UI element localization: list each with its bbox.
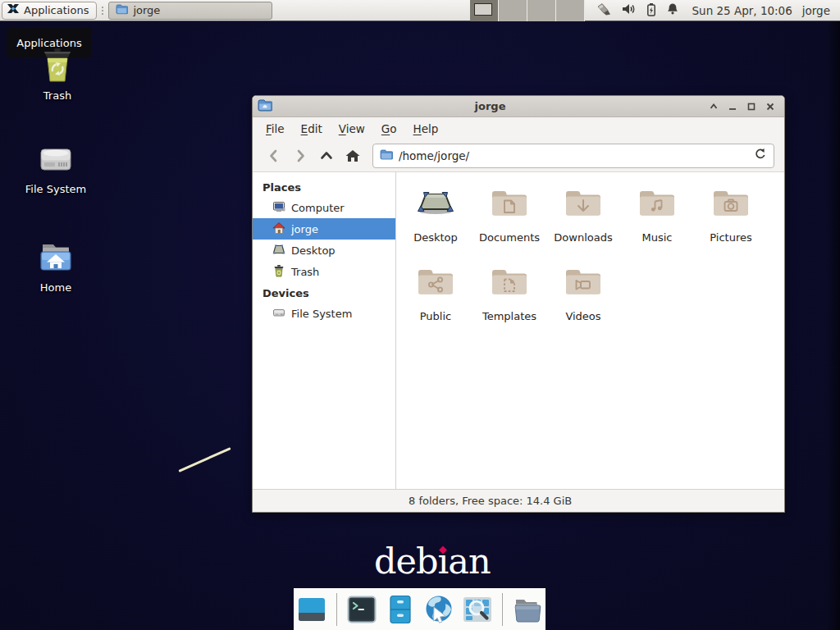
hard-drive-icon xyxy=(36,141,75,180)
menu-view[interactable]: View xyxy=(331,119,373,139)
reload-icon[interactable] xyxy=(754,148,767,163)
desktop-icon-home[interactable]: Home xyxy=(16,240,95,294)
panel-grip[interactable] xyxy=(98,3,106,18)
window-folder-icon xyxy=(258,99,272,114)
sidebar-item-file-system[interactable]: File System xyxy=(253,303,395,324)
maximize-button[interactable] xyxy=(746,101,757,112)
application-finder-icon xyxy=(462,594,493,625)
taskbar-folder-icon xyxy=(116,4,128,17)
volume-icon[interactable] xyxy=(622,2,637,18)
workspace-3[interactable] xyxy=(527,0,556,21)
workspace-pager xyxy=(470,0,585,21)
stylus-icon[interactable] xyxy=(596,2,613,19)
pictures-folder-icon xyxy=(711,184,751,226)
file-item-public[interactable]: Public xyxy=(399,262,472,341)
dock-separator xyxy=(502,593,503,626)
menu-file[interactable]: File xyxy=(258,119,293,139)
file-item-pictures[interactable]: Pictures xyxy=(694,184,768,262)
location-bar[interactable] xyxy=(372,144,774,168)
back-button[interactable] xyxy=(261,144,287,167)
sidebar-item-jorge[interactable]: jorge xyxy=(253,218,395,240)
sidebar-item-trash[interactable]: Trash xyxy=(253,261,395,282)
system-tray xyxy=(596,2,679,19)
file-item-templates[interactable]: Templates xyxy=(472,262,546,341)
sidebar-item-label: jorge xyxy=(291,223,318,235)
web-browser-launcher[interactable] xyxy=(422,593,455,626)
workspace-window-miniature xyxy=(474,3,492,16)
sidebar-item-label: Computer xyxy=(291,202,345,214)
top-panel: Applications jorge xyxy=(0,0,840,21)
desktop-icon-file-system[interactable]: File System xyxy=(16,141,95,195)
shade-button[interactable] xyxy=(708,101,719,112)
menu-edit[interactable]: Edit xyxy=(293,119,331,139)
minimize-button[interactable] xyxy=(727,101,738,112)
trash-icon xyxy=(39,46,76,86)
menu-help[interactable]: Help xyxy=(405,119,447,139)
templates-folder-icon xyxy=(490,262,529,304)
desktop-icon-label: Trash xyxy=(43,89,71,102)
up-button[interactable] xyxy=(313,144,340,167)
sidebar-item-computer[interactable]: Computer xyxy=(253,197,395,218)
documents-folder-icon xyxy=(490,184,529,226)
application-finder-launcher[interactable] xyxy=(461,593,494,626)
workspace-1[interactable] xyxy=(470,0,499,21)
music-folder-icon xyxy=(637,184,677,226)
home-icon xyxy=(272,221,285,237)
close-button[interactable] xyxy=(765,101,776,112)
file-item-label: Music xyxy=(642,231,673,244)
public-folder-icon xyxy=(416,262,455,304)
computer-icon xyxy=(272,200,285,216)
workspace-2[interactable] xyxy=(499,0,527,21)
forward-button[interactable] xyxy=(287,144,313,167)
file-item-downloads[interactable]: Downloads xyxy=(546,184,620,262)
file-item-label: Videos xyxy=(565,310,600,322)
drive-mini-icon xyxy=(272,306,285,322)
menu-go[interactable]: Go xyxy=(373,119,405,139)
file-item-label: Pictures xyxy=(710,231,751,244)
show-desktop-icon xyxy=(296,594,327,625)
file-manager-launcher[interactable] xyxy=(384,593,417,626)
file-item-label: Public xyxy=(420,310,451,322)
dock xyxy=(294,588,546,630)
statusbar: 8 folders, Free space: 14.4 GiB xyxy=(253,489,784,512)
panel-clock[interactable]: Sun 25 Apr, 10:06 xyxy=(692,4,792,17)
file-item-documents[interactable]: Documents xyxy=(472,184,546,262)
toolbar xyxy=(253,139,784,172)
file-item-label: Desktop xyxy=(413,231,458,244)
file-item-music[interactable]: Music xyxy=(620,184,694,262)
home-folder-icon xyxy=(36,240,75,278)
open-folder-icon xyxy=(512,594,543,625)
window-title: jorge xyxy=(272,100,708,112)
sidebar-item-desktop[interactable]: Desktop xyxy=(253,240,395,261)
battery-icon[interactable] xyxy=(646,2,657,19)
applications-menu-button[interactable]: Applications xyxy=(2,2,97,20)
window-titlebar[interactable]: jorge xyxy=(253,96,784,117)
panel-username[interactable]: jorge xyxy=(802,4,830,17)
dock-separator xyxy=(336,593,337,626)
terminal-launcher[interactable] xyxy=(345,593,378,626)
file-grid: Desktop Documents xyxy=(396,172,784,489)
desktop-icon-trash[interactable]: Trash xyxy=(18,46,97,102)
path-input[interactable] xyxy=(399,149,754,162)
home-button[interactable] xyxy=(340,144,366,167)
file-item-label: Documents xyxy=(479,231,540,244)
trash-mini-icon xyxy=(272,264,285,280)
folder-launcher[interactable] xyxy=(511,593,544,626)
workspace-4[interactable] xyxy=(556,0,585,21)
sidebar-item-label: Trash xyxy=(291,266,319,278)
applications-menu-label: Applications xyxy=(24,4,89,16)
file-item-desktop[interactable]: Desktop xyxy=(399,184,472,262)
debian-wordmark-i: ı xyxy=(438,541,449,581)
sidebar-item-label: Desktop xyxy=(291,244,336,257)
file-manager-body: Places Computer xyxy=(253,172,784,489)
web-browser-globe-icon xyxy=(423,594,454,625)
taskbar-window-button[interactable]: jorge xyxy=(108,2,272,20)
taskbar-window-title: jorge xyxy=(133,4,160,16)
file-item-videos[interactable]: Videos xyxy=(546,262,620,341)
file-item-label: Templates xyxy=(482,310,536,322)
file-item-label: Downloads xyxy=(554,231,612,244)
desktop-mini-icon xyxy=(272,243,285,258)
sidebar: Places Computer xyxy=(253,172,396,489)
show-desktop-button[interactable] xyxy=(295,593,328,626)
notifications-bell-icon[interactable] xyxy=(666,2,679,18)
